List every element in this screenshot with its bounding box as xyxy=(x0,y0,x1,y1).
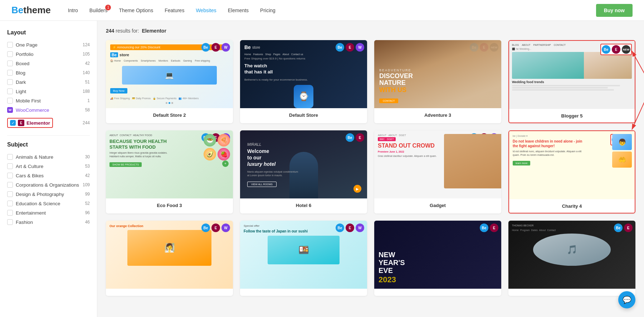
filter-woocommerce[interactable]: W WooCommerce 58 xyxy=(7,105,90,115)
card-thumb-hotel-6: Be E MIRALL Welcometo ourluxury hotel Ma… xyxy=(240,130,367,198)
filter-corps[interactable]: Corporations & Organizations 109 xyxy=(7,180,90,189)
card-blogger-5[interactable]: Be E NEW BLOGABOUTPARTNERSHIPCONTACT ⬛ h… xyxy=(508,40,635,123)
card-badges-row3-1: Be E W xyxy=(201,224,230,232)
card-thumb-default-store-2: Be E W ⚡ Announcing our 20% Discount Be … xyxy=(106,40,233,108)
chat-bubble[interactable]: 💬 xyxy=(618,291,635,308)
card-footer-row3-4 xyxy=(508,289,635,296)
card-footer-row3-1 xyxy=(106,289,233,296)
filter-cars[interactable]: Cars & Bikes 42 xyxy=(7,171,90,180)
card-badges-row3-2: Be E W xyxy=(336,224,364,232)
filter-one-page[interactable]: One Page 124 xyxy=(7,40,90,49)
badge-woo: W xyxy=(221,43,230,52)
filter-boxed[interactable]: Boxed 42 xyxy=(7,59,90,68)
sidebar-divider xyxy=(7,135,90,136)
filter-mobile-first[interactable]: Mobile First 1 xyxy=(7,96,90,105)
filter-art[interactable]: Art & Culture 53 xyxy=(7,162,90,171)
subject-section-title: Subject xyxy=(7,141,90,148)
filter-elementor[interactable]: E Elementor 244 xyxy=(7,116,90,130)
filter-blog[interactable]: Blog 140 xyxy=(7,68,90,77)
checkbox-mobile-first[interactable] xyxy=(7,98,13,104)
card-grid-row1: Be E W ⚡ Announcing our 20% Discount Be … xyxy=(106,40,635,123)
builders-badge: 1 xyxy=(105,5,111,10)
card-footer-row3-3 xyxy=(374,289,501,296)
badge-el: E xyxy=(211,43,220,52)
card-eco-food-3[interactable]: Be E W ABOUTCONTACTHEALTHY FOOD BECAUSE … xyxy=(106,130,233,213)
woo-icon: W xyxy=(9,108,12,112)
card-thumb-eco-food-3: Be E W ABOUTCONTACTHEALTHY FOOD BECAUSE … xyxy=(106,130,233,198)
nav-features[interactable]: Features xyxy=(165,8,184,13)
main-content: 244 results for: Elementor Be E W ⚡ Anno… xyxy=(97,21,644,317)
card-footer-default-store: Default Store xyxy=(240,108,367,122)
filter-animals[interactable]: Animals & Nature 30 xyxy=(7,152,90,162)
checkbox-blog[interactable] xyxy=(7,70,13,76)
card-footer-row3-2 xyxy=(240,289,367,296)
nav-builders[interactable]: Builders 1 xyxy=(89,8,108,13)
chat-icon: 💬 xyxy=(623,296,631,304)
checkbox-woocommerce[interactable]: W xyxy=(7,107,13,113)
checkbox-dark[interactable] xyxy=(7,79,13,85)
card-thumb-blogger-5: Be E NEW BLOGABOUTPARTNERSHIPCONTACT ⬛ h… xyxy=(509,41,635,109)
badge-el-ds: E xyxy=(346,43,354,52)
grid-wrapper: Be E W ⚡ Announcing our 20% Discount Be … xyxy=(106,40,635,296)
logo-theme: theme xyxy=(23,5,51,16)
card-footer-hotel-6: Hotel 6 xyxy=(240,198,367,212)
nav-elements[interactable]: Elements xyxy=(228,8,249,13)
nav-websites[interactable]: Websites xyxy=(196,8,216,13)
card-gadget[interactable]: Be E W ABOUT · ABOUT · DGET BBC · DGET S… xyxy=(374,130,501,213)
checkbox-one-page[interactable] xyxy=(7,42,13,48)
results-for: Elementor xyxy=(142,28,166,34)
checkbox-light[interactable] xyxy=(7,88,13,94)
card-thumb-adventure-3: Be E NEW BEADVENTURE DISCOVERNATUREWITH … xyxy=(374,40,501,108)
badge-be-ds: Be xyxy=(336,43,344,52)
card-thumb-row3-3: Be E NEWYEAR'SEVE 2023 xyxy=(374,221,501,289)
card-row3-4[interactable]: Be E THOMAS BECKER HomeProgramDatesAbout… xyxy=(508,221,635,296)
card-row3-2[interactable]: Be E W Special offer Follow the taste of… xyxy=(240,221,367,296)
card-row3-1[interactable]: Be E W Our orange Collection 🧖‍♀️ xyxy=(106,221,233,296)
card-footer-eco-food-3: Eco Food 3 xyxy=(106,198,233,212)
nav-intro[interactable]: Intro xyxy=(68,8,78,13)
filter-fashion[interactable]: Fashion 46 xyxy=(7,217,90,227)
card-adventure-3[interactable]: Be E NEW BEADVENTURE DISCOVERNATUREWITH … xyxy=(374,40,501,123)
filter-dark[interactable]: Dark 51 xyxy=(7,77,90,87)
filter-count-one-page: 124 xyxy=(83,42,90,47)
filter-light[interactable]: Light 188 xyxy=(7,87,90,96)
card-row3-3[interactable]: Be E NEWYEAR'SEVE 2023 xyxy=(374,221,501,296)
elementor-filter-box[interactable]: E Elementor xyxy=(7,118,53,128)
filter-label-one-page: One Page xyxy=(16,42,38,48)
filter-portfolio[interactable]: Portfolio 105 xyxy=(7,49,90,59)
logo-be: Be xyxy=(11,5,23,16)
card-thumb-default-store: Be E W Be store Home Features xyxy=(240,40,367,108)
card-footer-gadget: Gadget xyxy=(374,198,501,212)
filter-education[interactable]: Education & Science 52 xyxy=(7,199,90,208)
filter-label-elementor: Elementor xyxy=(26,120,50,126)
card-thumb-charity-4: Be E be | Donate ▾ Do not leave children… xyxy=(509,131,635,199)
card-grid-row3: Be E W Our orange Collection 🧖‍♀️ xyxy=(106,221,635,296)
filter-label-portfolio: Portfolio xyxy=(16,52,34,57)
card-grid-row2: Be E W ABOUTCONTACTHEALTHY FOOD BECAUSE … xyxy=(106,130,635,213)
filter-entertainment[interactable]: Entertainment 96 xyxy=(7,208,90,217)
badge-woo-ds: W xyxy=(356,43,364,52)
logo[interactable]: Betheme xyxy=(11,5,51,16)
card-badges-default-store: Be E W xyxy=(336,43,364,52)
filter-design[interactable]: Design & Photography 99 xyxy=(7,189,90,199)
card-title-default-store-2: Default Store 2 xyxy=(153,112,186,118)
nav-links: Intro Builders 1 Theme Options Features … xyxy=(68,8,596,13)
checkbox-elementor[interactable] xyxy=(10,120,16,126)
nav-theme-options[interactable]: Theme Options xyxy=(119,8,153,13)
nav-pricing[interactable]: Pricing xyxy=(260,8,275,13)
card-badges-row3-4: Be E xyxy=(614,224,633,232)
card-footer-default-store-2: Default Store 2 xyxy=(106,108,233,122)
card-default-store[interactable]: Be E W Be store Home Features xyxy=(240,40,367,123)
elementor-icon: E xyxy=(18,120,24,126)
card-thumb-gadget: Be E W ABOUT · ABOUT · DGET BBC · DGET S… xyxy=(374,130,501,198)
card-default-store-2[interactable]: Be E W ⚡ Announcing our 20% Discount Be … xyxy=(106,40,233,123)
checkbox-portfolio[interactable] xyxy=(7,51,13,57)
results-header: 244 results for: Elementor xyxy=(106,28,635,34)
buy-now-button[interactable]: Buy now xyxy=(596,4,633,17)
card-charity-4[interactable]: Be E be | Donate ▾ Do not leave children… xyxy=(508,130,635,213)
checkbox-boxed[interactable] xyxy=(7,61,13,66)
card-footer-charity-4: Charity 4 xyxy=(509,199,635,213)
card-hotel-6[interactable]: Be E MIRALL Welcometo ourluxury hotel Ma… xyxy=(240,130,367,213)
navbar: Betheme Intro Builders 1 Theme Options F… xyxy=(0,0,644,21)
results-count: 244 xyxy=(106,28,114,34)
